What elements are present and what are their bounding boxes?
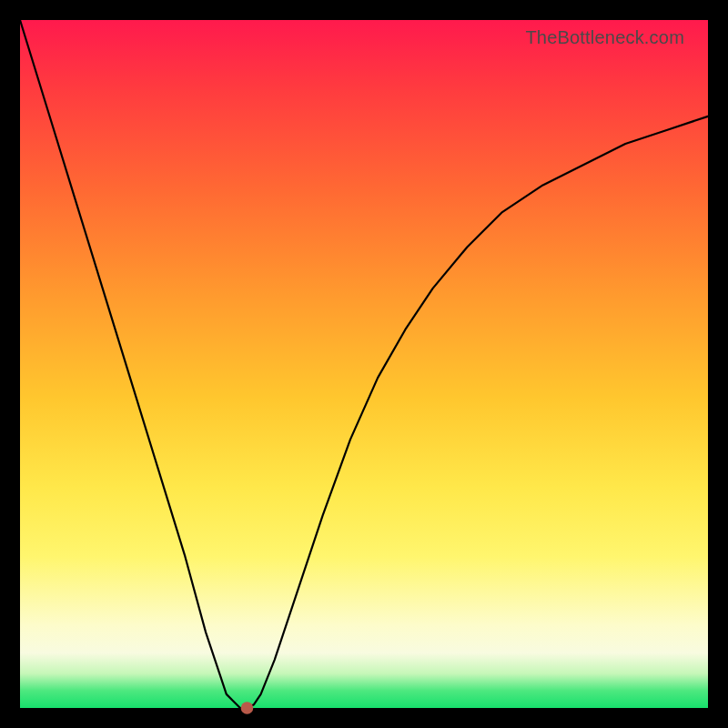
minimum-marker [241,702,254,714]
curve-path [20,20,708,708]
chart-frame: TheBottleneck.com [0,0,728,728]
bottleneck-curve [20,20,708,708]
plot-area: TheBottleneck.com [20,20,708,708]
